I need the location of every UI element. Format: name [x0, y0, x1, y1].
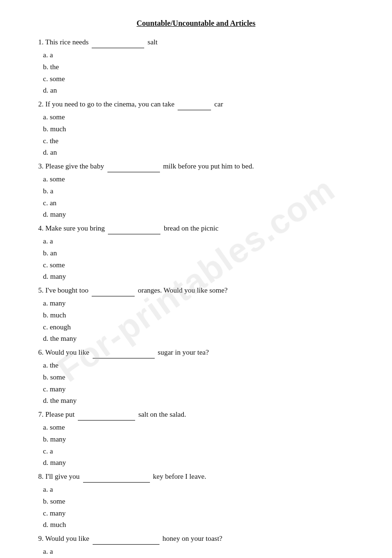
question-text: 3. Please give the baby milk before you … [38, 160, 363, 172]
question-block: 1. This rice needs salta. ab. thec. some… [29, 36, 363, 96]
option-line: a. some [43, 421, 363, 433]
question-text: 9. Would you like honey on your toast? [38, 533, 363, 545]
question-number: 1. [38, 38, 45, 46]
option-line: c. many [43, 507, 363, 519]
option-line: a. a [43, 546, 363, 558]
option-line: c. the [43, 135, 363, 147]
options-list: a. ab. somec. manyd. much [43, 484, 363, 531]
options-list: a. someb. muchc. thed. an [43, 111, 363, 158]
page-title: Countable/Uncountable and Articles [29, 19, 363, 28]
question-before: I'll give you [45, 473, 82, 480]
question-after: key before I leave. [151, 473, 206, 480]
options-list: a. ab. thec. somed. an [43, 49, 363, 96]
option-line: a. a [43, 235, 363, 247]
option-line: c. a [43, 445, 363, 457]
question-text: 4. Make sure you bring bread on the picn… [38, 222, 363, 234]
question-text: 7. Please put salt on the salad. [38, 409, 363, 421]
option-line: c. some [43, 259, 363, 271]
question-after: milk before you put him to bed. [161, 162, 254, 170]
question-block: 8. I'll give you key before I leave.a. a… [29, 471, 363, 531]
questions-container: 1. This rice needs salta. ab. thec. some… [29, 36, 363, 558]
option-line: d. the many [43, 395, 363, 407]
question-block: 7. Please put salt on the salad.a. someb… [29, 409, 363, 469]
question-blank [92, 284, 135, 296]
options-list: a. ab. manyc. somed. the some [43, 546, 363, 558]
question-number: 3. [38, 162, 45, 170]
options-list: a. manyb. muchc. enoughd. the many [43, 297, 363, 345]
question-block: 4. Make sure you bring bread on the picn… [29, 222, 363, 283]
question-after: salt [146, 38, 158, 46]
option-line: a. the [43, 359, 363, 371]
option-line: b. many [43, 433, 363, 445]
question-text: 2. If you need to go to the cinema, you … [38, 98, 363, 110]
options-list: a. theb. somec. manyd. the many [43, 359, 363, 407]
question-blank [92, 36, 144, 48]
question-text: 5. I've bought too oranges. Would you li… [38, 284, 363, 296]
question-before: If you need to go to the cinema, you can… [45, 100, 176, 108]
question-blank [83, 471, 150, 483]
question-text: 6. Would you like sugar in your tea? [38, 347, 363, 358]
question-blank [93, 533, 159, 545]
question-number: 9. [38, 535, 45, 542]
question-number: 8. [38, 473, 45, 480]
options-list: a. ab. anc. somed. many [43, 235, 363, 283]
question-number: 6. [38, 348, 45, 356]
option-line: d. many [43, 457, 363, 469]
question-number: 4. [38, 224, 45, 232]
option-line: b. the [43, 61, 363, 73]
option-line: c. some [43, 73, 363, 85]
option-line: c. many [43, 383, 363, 395]
question-block: 3. Please give the baby milk before you … [29, 160, 363, 221]
question-blank [178, 98, 211, 110]
question-before: Please put [45, 411, 76, 418]
options-list: a. someb. manyc. ad. many [43, 421, 363, 469]
question-number: 5. [38, 286, 45, 294]
question-number: 7. [38, 411, 45, 418]
question-block: 2. If you need to go to the cinema, you … [29, 98, 363, 158]
option-line: d. much [43, 519, 363, 531]
question-after: sugar in your tea? [156, 348, 209, 356]
option-line: d. an [43, 147, 363, 158]
question-text: 8. I'll give you key before I leave. [38, 471, 363, 483]
question-number: 2. [38, 100, 45, 108]
option-line: a. a [43, 484, 363, 495]
options-list: a. someb. ac. and. many [43, 173, 363, 221]
question-before: Please give the baby [45, 162, 106, 170]
option-line: a. some [43, 111, 363, 123]
option-line: b. a [43, 185, 363, 197]
option-line: d. many [43, 271, 363, 283]
question-blank [78, 409, 135, 421]
option-line: b. an [43, 247, 363, 259]
option-line: c. enough [43, 321, 363, 333]
option-line: a. some [43, 173, 363, 185]
option-line: b. some [43, 495, 363, 507]
option-line: b. much [43, 123, 363, 135]
question-block: 9. Would you like honey on your toast?a.… [29, 533, 363, 558]
option-line: b. much [43, 309, 363, 321]
option-line: b. some [43, 371, 363, 383]
question-after: oranges. Would you like some? [136, 286, 228, 294]
option-line: d. an [43, 84, 363, 96]
option-line: a. many [43, 297, 363, 309]
question-blank [107, 160, 160, 172]
question-before: Make sure you bring [45, 224, 106, 232]
option-line: c. an [43, 197, 363, 209]
option-line: d. the many [43, 333, 363, 345]
option-line: d. many [43, 209, 363, 221]
question-blank [93, 347, 155, 358]
question-after: bread on the picnic [162, 224, 218, 232]
question-after: salt on the salad. [137, 411, 186, 418]
question-block: 6. Would you like sugar in your tea?a. t… [29, 347, 363, 407]
question-after: honey on your toast? [161, 535, 222, 542]
question-after: car [212, 100, 223, 108]
question-block: 5. I've bought too oranges. Would you li… [29, 284, 363, 345]
option-line: a. a [43, 49, 363, 61]
question-blank [108, 222, 160, 234]
question-text: 1. This rice needs salt [38, 36, 363, 48]
